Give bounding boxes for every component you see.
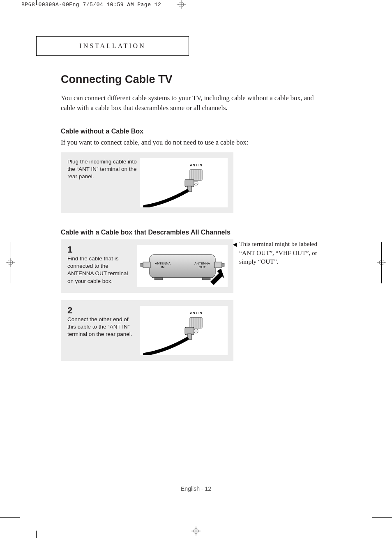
- svg-marker-33: [233, 243, 237, 247]
- svg-rect-25: [143, 262, 150, 268]
- svg-rect-42: [185, 327, 194, 335]
- svg-rect-26: [141, 263, 143, 267]
- side-note: This terminal might be labeled “ANT OUT”…: [233, 239, 324, 293]
- crop-mark: [36, 531, 37, 538]
- registration-mark-icon: [377, 258, 386, 267]
- subsection-intro: If you want to connect cable, and you do…: [61, 138, 357, 147]
- intro-paragraph: You can connect different cable systems …: [61, 93, 324, 113]
- svg-rect-28: [222, 263, 224, 267]
- step-text: Plug the incoming cable into the “ANT IN…: [67, 158, 137, 207]
- step-number: 1: [67, 245, 135, 254]
- svg-rect-27: [214, 262, 222, 268]
- crop-mark: [356, 531, 356, 538]
- instruction-step: Plug the incoming cable into the “ANT IN…: [61, 152, 233, 213]
- registration-mark-icon: [177, 0, 186, 9]
- section-header-tab: INSTALLATION: [36, 36, 189, 56]
- section-header-label: INSTALLATION: [79, 42, 145, 50]
- registration-mark-icon: [191, 527, 201, 536]
- crop-mark: [372, 517, 392, 518]
- step-figure: ANTENNA IN ANTENNA OUT: [137, 245, 228, 287]
- page-title: Connecting Cable TV: [61, 73, 357, 86]
- figure-label-ant-in: ANT IN: [190, 163, 202, 167]
- svg-point-41: [196, 331, 196, 331]
- step-figure: ANT IN: [140, 158, 228, 207]
- instruction-step: 2 Connect the other end of this cable to…: [61, 300, 233, 361]
- svg-rect-20: [185, 179, 194, 187]
- svg-rect-24: [202, 278, 210, 280]
- step-text: Connect the other end of this cable to t…: [67, 316, 132, 337]
- step-text: Find the cable that is connected to the …: [67, 255, 128, 284]
- crop-mark: [36, 0, 37, 5]
- svg-text:OUT: OUT: [199, 265, 206, 269]
- svg-point-19: [196, 183, 196, 184]
- crop-mark: [0, 20, 20, 20]
- side-note-text: This terminal might be labeled “ANT OUT”…: [239, 240, 317, 265]
- figure-label-antenna-out: ANTENNA: [194, 262, 210, 265]
- figure-label-antenna-in: ANTENNA: [155, 262, 171, 265]
- page-footer: English - 12: [0, 485, 392, 492]
- step-figure: ANT IN: [140, 306, 228, 355]
- subsection-heading: Cable with a Cable box that Descrambles …: [61, 229, 357, 236]
- crop-mark: [0, 517, 20, 518]
- registration-mark-icon: [6, 258, 15, 267]
- subsection-heading: Cable without a Cable Box: [61, 128, 357, 135]
- step-number: 2: [67, 306, 137, 315]
- svg-text:IN: IN: [161, 265, 164, 269]
- figure-label-ant-in: ANT IN: [190, 311, 202, 315]
- pointer-left-icon: [233, 241, 238, 250]
- print-meta-header: BP68-00399A-00Eng 7/5/04 10:59 AM Page 1…: [21, 2, 161, 8]
- instruction-step: 1 Find the cable that is connected to th…: [61, 239, 233, 293]
- svg-rect-23: [154, 278, 163, 280]
